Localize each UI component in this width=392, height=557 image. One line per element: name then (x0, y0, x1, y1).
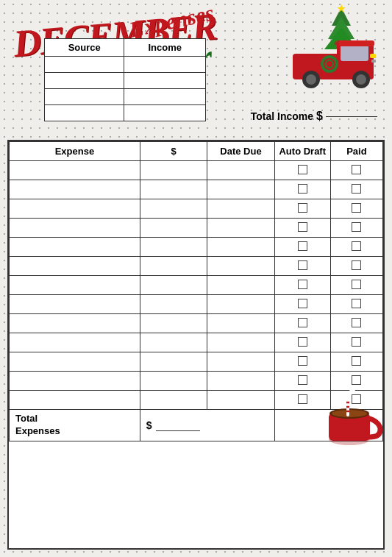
expense-name-cell[interactable] (10, 276, 140, 295)
auto-draft-checkbox[interactable] (298, 394, 307, 404)
auto-draft-cell[interactable] (274, 314, 330, 333)
expense-date-cell[interactable] (207, 257, 274, 276)
paid-cell[interactable] (330, 219, 382, 238)
expense-amount-cell[interactable] (140, 314, 207, 333)
expense-amount-cell[interactable] (140, 276, 207, 295)
auto-draft-checkbox[interactable] (298, 184, 307, 194)
expense-amount-cell[interactable] (140, 295, 207, 314)
income-amount-cell[interactable] (124, 73, 206, 89)
paid-checkbox[interactable] (352, 318, 361, 327)
auto-draft-cell[interactable] (274, 352, 330, 372)
expense-date-cell[interactable] (207, 219, 274, 238)
expense-amount-cell[interactable] (140, 372, 207, 391)
total-expenses-amount[interactable]: $ (140, 410, 274, 441)
expense-amount-cell[interactable] (140, 238, 207, 257)
expense-name-cell[interactable] (10, 372, 140, 391)
paid-checkbox[interactable] (352, 165, 361, 174)
expense-name-cell[interactable] (10, 391, 140, 410)
expense-row (10, 257, 383, 276)
expense-amount-cell[interactable] (140, 391, 207, 410)
income-amount-cell[interactable] (124, 105, 206, 121)
paid-cell[interactable] (330, 295, 382, 314)
auto-draft-checkbox[interactable] (298, 241, 307, 251)
total-mug-cell (274, 410, 382, 441)
auto-draft-cell[interactable] (274, 276, 330, 295)
auto-draft-cell[interactable] (274, 199, 330, 219)
expense-amount-cell[interactable] (140, 219, 207, 238)
paid-checkbox[interactable] (352, 280, 361, 289)
paid-checkbox[interactable] (352, 222, 361, 232)
expense-name-cell[interactable] (10, 161, 140, 180)
paid-checkbox[interactable] (352, 337, 361, 347)
expense-name-cell[interactable] (10, 314, 140, 333)
expense-date-cell[interactable] (207, 333, 274, 352)
expense-amount-cell[interactable] (140, 161, 207, 180)
expense-amount-cell[interactable] (140, 333, 207, 352)
expense-name-cell[interactable] (10, 333, 140, 352)
paid-cell[interactable] (330, 314, 382, 333)
expense-amount-cell[interactable] (140, 180, 207, 199)
expense-name-cell[interactable] (10, 352, 140, 372)
expense-name-cell[interactable] (10, 199, 140, 219)
auto-col-header: Auto Draft (274, 142, 330, 161)
expense-amount-cell[interactable] (140, 352, 207, 372)
income-amount-cell[interactable] (124, 89, 206, 105)
paid-cell[interactable] (330, 333, 382, 352)
auto-draft-checkbox[interactable] (298, 299, 307, 308)
expense-date-cell[interactable] (207, 161, 274, 180)
expense-date-cell[interactable] (207, 295, 274, 314)
total-income-symbol: $ (316, 110, 323, 123)
paid-cell[interactable] (330, 257, 382, 276)
paid-cell[interactable] (330, 199, 382, 219)
expense-date-cell[interactable] (207, 199, 274, 219)
income-source-cell[interactable] (45, 105, 124, 121)
auto-draft-cell[interactable] (274, 333, 330, 352)
paid-checkbox[interactable] (352, 203, 361, 213)
paid-cell[interactable] (330, 161, 382, 180)
paid-cell[interactable] (330, 276, 382, 295)
income-row (45, 57, 206, 73)
auto-draft-checkbox[interactable] (298, 203, 307, 213)
expense-date-cell[interactable] (207, 372, 274, 391)
expense-date-cell[interactable] (207, 238, 274, 257)
income-source-cell[interactable] (45, 89, 124, 105)
expense-name-cell[interactable] (10, 238, 140, 257)
auto-draft-cell[interactable] (274, 161, 330, 180)
income-amount-cell[interactable] (124, 57, 206, 73)
expense-date-cell[interactable] (207, 276, 274, 295)
paid-cell[interactable] (330, 180, 382, 199)
expense-amount-cell[interactable] (140, 199, 207, 219)
auto-draft-cell[interactable] (274, 238, 330, 257)
auto-draft-checkbox[interactable] (298, 165, 307, 174)
expense-name-cell[interactable] (10, 295, 140, 314)
auto-draft-cell[interactable] (274, 219, 330, 238)
expense-date-cell[interactable] (207, 314, 274, 333)
expense-name-cell[interactable] (10, 219, 140, 238)
auto-draft-checkbox[interactable] (298, 337, 307, 347)
expense-amount-cell[interactable] (140, 257, 207, 276)
auto-draft-checkbox[interactable] (298, 356, 307, 366)
auto-draft-checkbox[interactable] (298, 318, 307, 327)
paid-checkbox[interactable] (352, 356, 361, 366)
paid-checkbox[interactable] (352, 260, 361, 270)
income-source-cell[interactable] (45, 73, 124, 89)
auto-draft-cell[interactable] (274, 257, 330, 276)
auto-draft-checkbox[interactable] (298, 280, 307, 289)
expense-date-cell[interactable] (207, 391, 274, 410)
expense-date-cell[interactable] (207, 180, 274, 199)
auto-draft-checkbox[interactable] (298, 260, 307, 270)
paid-checkbox[interactable] (352, 184, 361, 194)
paid-checkbox[interactable] (352, 241, 361, 251)
paid-checkbox[interactable] (352, 299, 361, 308)
expense-name-cell[interactable] (10, 257, 140, 276)
auto-draft-cell[interactable] (274, 295, 330, 314)
expense-date-cell[interactable] (207, 352, 274, 372)
expense-name-cell[interactable] (10, 180, 140, 199)
paid-cell[interactable] (330, 238, 382, 257)
total-income-line[interactable] (326, 116, 377, 117)
income-source-cell[interactable] (45, 57, 124, 73)
paid-cell[interactable] (330, 352, 382, 372)
auto-draft-cell[interactable] (274, 180, 330, 199)
auto-draft-checkbox[interactable] (298, 375, 307, 385)
auto-draft-checkbox[interactable] (298, 222, 307, 232)
